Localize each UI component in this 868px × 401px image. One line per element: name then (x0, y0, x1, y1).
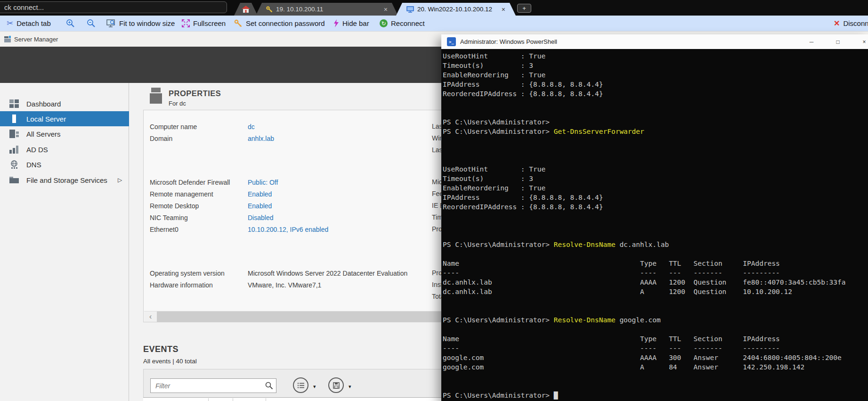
sidebar-item-file-storage-services[interactable]: File and Storage Services ▷ (0, 172, 129, 188)
expand-right-icon[interactable]: ▷ (118, 177, 122, 183)
tab-session-20-active[interactable]: 20. Win2022-10.10.200.12 × (396, 3, 516, 16)
property-label: Domain (150, 135, 246, 142)
events-heading: EVENTS (143, 344, 178, 354)
sidebar-item-all-servers[interactable]: All Servers (0, 126, 129, 141)
property-label: Hardware information (150, 281, 246, 289)
property-label: Remote Desktop (150, 202, 246, 210)
chevron-down-icon[interactable]: ▾ (313, 384, 316, 390)
zoom-out-icon (87, 19, 96, 28)
zoom-in-button[interactable] (66, 16, 75, 31)
rdp-toolbar: ✂ Detach tab Fit to window size (0, 16, 868, 31)
events-save-menu-button[interactable] (328, 377, 344, 393)
disconnect-label: Disconnect (843, 19, 868, 27)
new-tab-button[interactable]: + (517, 4, 531, 13)
events-subheading: All events | 40 total (143, 358, 197, 365)
properties-heading: PROPERTIES (169, 89, 221, 98)
property-value-link[interactable]: dc (248, 123, 255, 131)
property-value-link[interactable]: Disabled (248, 214, 273, 221)
powershell-window: >_ Administrator: Windows PowerShell ─ □… (441, 34, 868, 401)
close-icon[interactable]: × (380, 6, 388, 13)
fullscreen-icon (182, 19, 190, 27)
property-label: NIC Teaming (150, 214, 246, 221)
sidebar-item-ad-ds[interactable]: AD DS (0, 142, 129, 157)
reconnect-label: Reconnect (391, 19, 425, 27)
tab-session-19[interactable]: 19. 10.10.200.11 × (256, 3, 398, 16)
fullscreen-label: Fullscreen (193, 19, 226, 27)
scroll-left-icon[interactable]: ‹ (144, 311, 157, 322)
sidebar-item-label: Dashboard (26, 100, 61, 108)
zoom-out-button[interactable] (87, 16, 96, 31)
tab-bar: 19. 10.10.200.11 × 20. Win2022-10.10.200… (0, 0, 868, 16)
property-value: VMware, Inc. VMware7,1 (248, 281, 321, 289)
fullscreen-button[interactable]: Fullscreen (182, 16, 226, 31)
tab-label: 20. Win2022-10.10.200.12 (417, 6, 498, 13)
clipped-property-label: Mic (432, 176, 442, 188)
column-divider (208, 398, 209, 401)
minimize-button[interactable]: ─ (800, 34, 823, 49)
chevron-down-icon[interactable]: ▾ (349, 384, 351, 390)
detach-tab-button[interactable]: ✂ Detach tab (7, 16, 51, 31)
property-value-link[interactable]: 10.10.200.12, IPv6 enabled (248, 226, 328, 233)
property-value: Microsoft Windows Server 2022 Datacenter… (248, 270, 407, 277)
property-label: Computer name (150, 123, 246, 131)
powershell-icon: >_ (447, 37, 456, 46)
quick-connect-input[interactable] (0, 1, 227, 13)
property-value-link[interactable]: Enabled (248, 190, 272, 198)
column-divider (233, 398, 233, 401)
sidebar: Dashboard Local Server All Servers AD DS… (0, 83, 129, 401)
window-title: Server Manager (14, 36, 58, 43)
dns-icon (9, 160, 20, 169)
maximize-button[interactable]: □ (826, 34, 850, 49)
property-label: Ethernet0 (150, 226, 246, 233)
property-value-link[interactable]: Public: Off (248, 179, 278, 186)
dashboard-icon (9, 99, 20, 108)
save-icon (333, 382, 340, 389)
screen: 19. 10.10.200.11 × 20. Win2022-10.10.200… (0, 0, 868, 401)
home-icon (242, 6, 250, 13)
sidebar-item-label: DNS (26, 161, 41, 169)
property-label: Remote management (150, 190, 246, 198)
home-tab[interactable] (234, 3, 258, 16)
sidebar-item-dashboard[interactable]: Dashboard (0, 96, 129, 111)
set-connection-password-button[interactable]: Set connection password (234, 16, 325, 31)
sidebar-item-label: All Servers (26, 130, 61, 138)
monitor-icon (406, 6, 414, 13)
property-value-link[interactable]: Enabled (248, 202, 272, 210)
key-icon (266, 6, 273, 13)
monitor-magnifier-icon (106, 19, 116, 28)
hide-bar-button[interactable]: Hide bar (333, 16, 369, 31)
properties-subheading: For dc (169, 100, 186, 107)
sidebar-item-dns[interactable]: DNS (0, 157, 129, 172)
disconnect-button[interactable]: ✕ Disconnect (834, 16, 868, 31)
local-server-icon (9, 115, 20, 123)
sidebar-item-local-server[interactable]: Local Server (0, 111, 129, 126)
clipped-property-label: Pro (432, 223, 442, 235)
events-list-menu-button[interactable] (293, 377, 308, 393)
close-button[interactable]: × (852, 34, 868, 49)
file-storage-icon (9, 176, 20, 184)
powershell-titlebar[interactable]: >_ Administrator: Windows PowerShell ─ □… (441, 34, 868, 49)
key-icon (234, 19, 243, 28)
scissors-icon: ✂ (7, 18, 13, 28)
disconnect-x-icon: ✕ (834, 19, 840, 28)
powershell-window-title: Administrator: Windows PowerShell (460, 38, 557, 45)
fit-to-window-label: Fit to window size (119, 19, 175, 27)
properties-tile-icon (150, 88, 162, 106)
set-connection-password-label: Set connection password (246, 19, 325, 27)
reconnect-button[interactable]: ↻ Reconnect (380, 16, 425, 31)
fit-to-window-button[interactable]: Fit to window size (106, 16, 175, 31)
sidebar-item-label: AD DS (26, 146, 48, 154)
search-icon (265, 382, 273, 392)
column-divider (266, 398, 266, 401)
property-label: Microsoft Defender Firewall (150, 179, 246, 186)
close-icon[interactable]: × (498, 6, 505, 13)
property-value-link[interactable]: anhlx.lab (248, 135, 274, 142)
all-servers-icon (9, 130, 20, 138)
server-manager-app-icon (4, 35, 12, 45)
detach-tab-label: Detach tab (16, 19, 51, 27)
events-filter-input[interactable] (150, 378, 276, 393)
sidebar-item-label: File and Storage Services (26, 176, 107, 184)
property-label: Operating system version (150, 270, 246, 277)
tab-label: 19. 10.10.200.11 (276, 6, 380, 13)
powershell-console[interactable]: UseRootHint: TrueTimeout(s): 3EnableReor… (441, 49, 868, 401)
